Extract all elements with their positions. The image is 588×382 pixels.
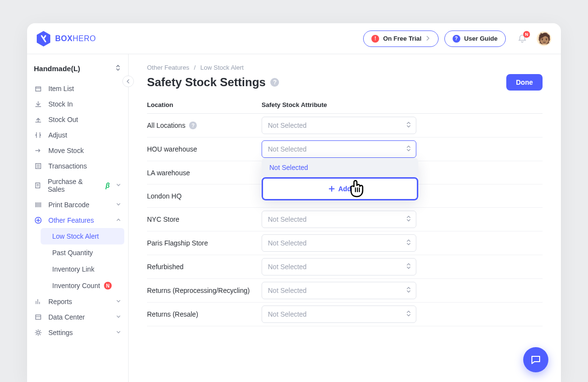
notification-badge: N bbox=[523, 31, 530, 38]
safety-stock-select[interactable]: Not Selected bbox=[262, 234, 416, 252]
transactions-icon bbox=[34, 162, 43, 170]
dropdown-menu: Not SelectedAdd bbox=[262, 158, 418, 200]
sidebar-item-label: Stock In bbox=[48, 100, 73, 108]
sidebar-item-label: Item List bbox=[48, 85, 74, 92]
doc-icon bbox=[34, 182, 42, 189]
done-button[interactable]: Done bbox=[506, 74, 543, 91]
sidebar-subitem-inventory-count[interactable]: Inventory CountN bbox=[41, 277, 124, 294]
location-name: London HQ bbox=[147, 192, 262, 200]
user-guide-button[interactable]: ? User Guide bbox=[444, 31, 506, 47]
plus-icon bbox=[328, 185, 335, 192]
chat-icon bbox=[530, 354, 542, 366]
location-name: Paris Flagship Store bbox=[147, 239, 262, 247]
upload-icon bbox=[34, 116, 43, 123]
location-name: Returns (Reprocessing/Recycling) bbox=[147, 287, 262, 294]
updown-icon bbox=[406, 263, 411, 271]
download-icon bbox=[34, 100, 43, 108]
dropdown-option-not-selected[interactable]: Not Selected bbox=[262, 158, 418, 177]
dropdown-add-button[interactable]: Add bbox=[262, 177, 418, 200]
breadcrumb-item[interactable]: Low Stock Alert bbox=[200, 64, 244, 71]
help-icon[interactable]: ? bbox=[270, 78, 279, 87]
chevron-down-icon bbox=[116, 313, 121, 321]
sidebar-item-transactions[interactable]: Transactions bbox=[27, 158, 128, 174]
svg-point-6 bbox=[37, 331, 39, 334]
table-header: Location Safety Stock Attribute bbox=[147, 95, 543, 114]
sidebar-subitem-label: Inventory Count bbox=[52, 282, 100, 290]
sidebar-item-item-list[interactable]: Item List bbox=[27, 81, 128, 96]
svg-rect-5 bbox=[36, 315, 41, 320]
team-selector[interactable]: Handmade(L) bbox=[27, 60, 128, 81]
sidebar: Handmade(L) Item ListStock InStock OutAd… bbox=[27, 54, 129, 382]
svg-rect-3 bbox=[36, 183, 40, 188]
plus-circle-icon bbox=[34, 216, 43, 224]
safety-stock-select[interactable]: Not Selected bbox=[262, 117, 416, 134]
safety-stock-select[interactable]: Not Selected bbox=[262, 306, 416, 323]
sidebar-item-label: Settings bbox=[48, 329, 73, 336]
sidebar-item-other-features[interactable]: Other Features bbox=[27, 213, 128, 228]
select-value: Not Selected bbox=[268, 215, 307, 223]
chart-icon bbox=[34, 298, 43, 306]
sidebar-item-reports[interactable]: Reports bbox=[27, 294, 128, 309]
table-row: Paris Flagship StoreNot Selected bbox=[147, 231, 543, 255]
header-bar: BOXHERO ! On Free Trial ? User Guide N 🧑… bbox=[27, 23, 561, 54]
sidebar-item-label: Data Center bbox=[48, 313, 85, 321]
safety-stock-select[interactable]: Not Selected bbox=[262, 282, 416, 299]
notifications-button[interactable]: N bbox=[515, 32, 529, 46]
sidebar-item-label: Other Features bbox=[48, 216, 94, 224]
adjust-icon bbox=[34, 131, 43, 139]
logo[interactable]: BOXHERO bbox=[37, 31, 96, 46]
sidebar-item-stock-in[interactable]: Stock In bbox=[27, 96, 128, 112]
help-icon[interactable]: ? bbox=[189, 122, 197, 129]
chevron-down-icon bbox=[116, 329, 121, 336]
move-icon bbox=[34, 147, 43, 154]
table-row: Returns (Reprocessing/Recycling)Not Sele… bbox=[147, 279, 543, 303]
updown-icon bbox=[406, 215, 411, 224]
select-value: Not Selected bbox=[268, 263, 307, 271]
table-row: All Locations?Not Selected bbox=[147, 114, 543, 138]
data-icon bbox=[34, 313, 43, 321]
sidebar-subitem-inventory-link[interactable]: Inventory Link bbox=[41, 261, 124, 277]
chevron-up-icon bbox=[116, 216, 121, 224]
svg-rect-2 bbox=[36, 164, 41, 169]
breadcrumb-item[interactable]: Other Features bbox=[147, 64, 189, 71]
select-value: Not Selected bbox=[268, 310, 307, 318]
free-trial-button[interactable]: ! On Free Trial bbox=[363, 31, 438, 47]
location-name: Refurbished bbox=[147, 263, 262, 271]
sidebar-item-label: Reports bbox=[48, 298, 72, 306]
table-row: Returns (Resale)Not Selected bbox=[147, 303, 543, 326]
gear-icon bbox=[34, 329, 43, 336]
select-value: Not Selected bbox=[268, 239, 307, 247]
sidebar-item-adjust[interactable]: Adjust bbox=[27, 127, 128, 143]
app-window: BOXHERO ! On Free Trial ? User Guide N 🧑… bbox=[27, 23, 561, 382]
sidebar-item-print-barcode[interactable]: Print Barcode bbox=[27, 197, 128, 213]
location-name: Returns (Resale) bbox=[147, 310, 262, 318]
updown-icon bbox=[406, 310, 411, 319]
column-location: Location bbox=[147, 101, 262, 108]
sidebar-item-stock-out[interactable]: Stock Out bbox=[27, 112, 128, 127]
safety-stock-select[interactable]: Not Selected bbox=[262, 140, 416, 158]
chevron-right-icon bbox=[426, 35, 430, 42]
alert-icon: ! bbox=[371, 35, 379, 43]
sidebar-subitem-label: Low Stock Alert bbox=[52, 232, 99, 240]
location-name: LA warehouse bbox=[147, 169, 262, 177]
safety-stock-select[interactable]: Not Selected bbox=[262, 211, 416, 228]
chat-button[interactable] bbox=[523, 347, 548, 372]
chevron-down-icon bbox=[116, 201, 121, 209]
avatar[interactable]: 🧑🏽 bbox=[537, 31, 551, 46]
table-row: RefurbishedNot Selected bbox=[147, 255, 543, 279]
sidebar-item-move-stock[interactable]: Move Stock bbox=[27, 143, 128, 158]
sidebar-item-purchase-sales[interactable]: Purchase & Salesβ bbox=[27, 174, 128, 197]
sidebar-subitem-low-stock-alert[interactable]: Low Stock Alert bbox=[41, 228, 124, 244]
sidebar-item-data-center[interactable]: Data Center bbox=[27, 309, 128, 325]
sidebar-subitem-label: Past Quantity bbox=[52, 249, 93, 257]
select-value: Not Selected bbox=[268, 145, 307, 153]
location-name: HOU warehouse bbox=[147, 145, 262, 153]
table-row: NYC StoreNot Selected bbox=[147, 208, 543, 231]
logo-text: BOXHERO bbox=[55, 34, 96, 43]
sidebar-subitem-past-quantity[interactable]: Past Quantity bbox=[41, 244, 124, 261]
sidebar-subitem-label: Inventory Link bbox=[52, 265, 94, 273]
safety-stock-select[interactable]: Not Selected bbox=[262, 258, 416, 275]
select-value: Not Selected bbox=[268, 122, 307, 129]
beta-badge: β bbox=[105, 182, 110, 189]
sidebar-item-settings[interactable]: Settings bbox=[27, 325, 128, 340]
